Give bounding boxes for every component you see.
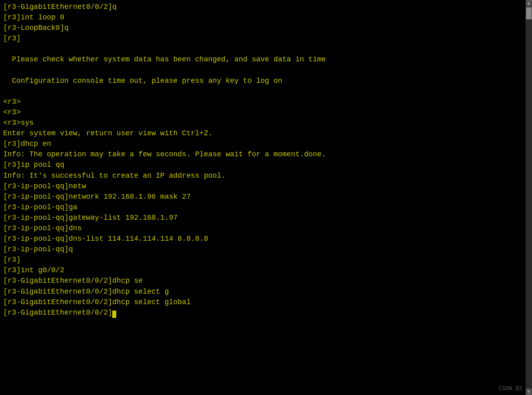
terminal-line: [r3-GigabitEthernet0/0/2] <box>3 307 529 318</box>
terminal-line: Please check whether system data has bee… <box>3 54 529 65</box>
terminal-line <box>3 44 529 54</box>
terminal-line: [r3-ip-pool-qq]dns <box>3 223 529 233</box>
terminal-line: [r3] <box>3 254 529 265</box>
scrollbar[interactable]: ▲ ▼ <box>526 0 532 395</box>
terminal-line: Configuration console time out, please p… <box>3 76 529 86</box>
terminal-line: [r3-ip-pool-qq]dns-list 114.114.114.114 … <box>3 233 529 244</box>
terminal-line: [r3]int g0/0/2 <box>3 265 529 275</box>
terminal-line: [r3]ip pool qq <box>3 160 529 170</box>
terminal-line: [r3-LoopBack0]q <box>3 23 529 33</box>
terminal-line: [r3-ip-pool-qq]ga <box>3 202 529 212</box>
terminal-line: [r3-ip-pool-qq]netw <box>3 181 529 191</box>
terminal-line: <r3> <box>3 107 529 118</box>
terminal-line: Info: It's successful to create an IP ad… <box>3 170 529 181</box>
scroll-up-button[interactable]: ▲ <box>526 0 532 6</box>
terminal-line <box>3 86 529 97</box>
terminal-line: <r3> <box>3 97 529 107</box>
terminal-line: <r3>sys <box>3 118 529 128</box>
terminal-line: Enter system view, return user view with… <box>3 128 529 139</box>
terminal-window: [r3-GigabitEthernet0/0/2]q[r3]int loop 0… <box>0 0 532 395</box>
terminal-line: [r3-GigabitEthernet0/0/2]dhcp select g <box>3 286 529 297</box>
terminal-line: [r3-ip-pool-qq]gateway-list 192.168.1.97 <box>3 212 529 223</box>
terminal-line: Info: The operation may take a few secon… <box>3 149 529 160</box>
terminal-line: [r3]dhcp en <box>3 139 529 149</box>
terminal-line: [r3-GigabitEthernet0/0/2]dhcp se <box>3 275 529 286</box>
terminal-line: [r3-GigabitEthernet0/0/2]dhcp select glo… <box>3 297 529 307</box>
terminal-content: [r3-GigabitEthernet0/0/2]q[r3]int loop 0… <box>3 2 529 318</box>
terminal-line <box>3 65 529 76</box>
terminal-line: [r3-GigabitEthernet0/0/2]q <box>3 2 529 12</box>
terminal-line: [r3] <box>3 33 529 44</box>
terminal-cursor <box>112 311 116 318</box>
scroll-thumb[interactable] <box>526 7 532 19</box>
watermark-label: CSDN @2 <box>498 385 522 392</box>
terminal-line: [r3-ip-pool-qq]q <box>3 244 529 254</box>
scroll-down-button[interactable]: ▼ <box>526 389 532 395</box>
terminal-line: [r3-ip-pool-qq]network 192.168.1.96 mask… <box>3 191 529 202</box>
terminal-line: [r3]int loop 0 <box>3 12 529 23</box>
